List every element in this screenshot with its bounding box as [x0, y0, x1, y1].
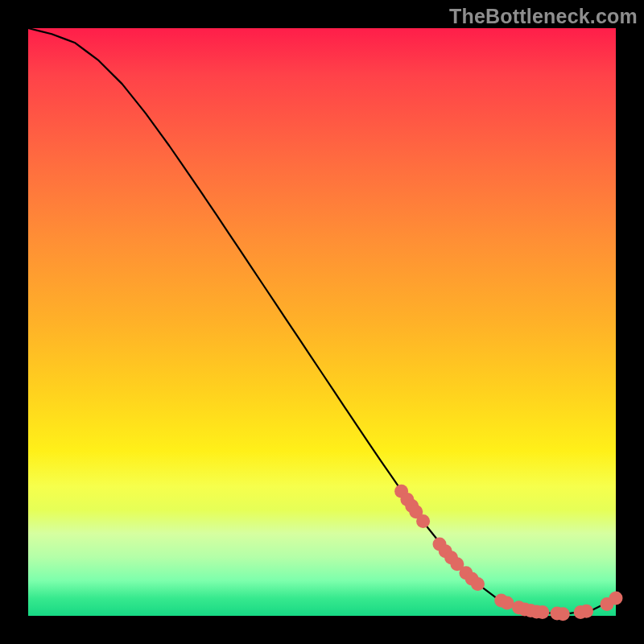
sample-marker — [471, 577, 485, 591]
sample-marker — [556, 607, 570, 621]
bottleneck-curve — [28, 28, 616, 613]
watermark-text: TheBottleneck.com — [449, 5, 638, 28]
sample-markers — [394, 485, 622, 621]
sample-marker — [535, 605, 549, 619]
sample-marker — [416, 514, 430, 528]
plot-area — [28, 28, 616, 616]
chart-stage: TheBottleneck.com — [0, 0, 644, 644]
sample-marker — [500, 596, 514, 609]
chart-svg — [28, 28, 616, 616]
sample-marker — [580, 605, 593, 618]
sample-marker — [609, 592, 623, 605]
